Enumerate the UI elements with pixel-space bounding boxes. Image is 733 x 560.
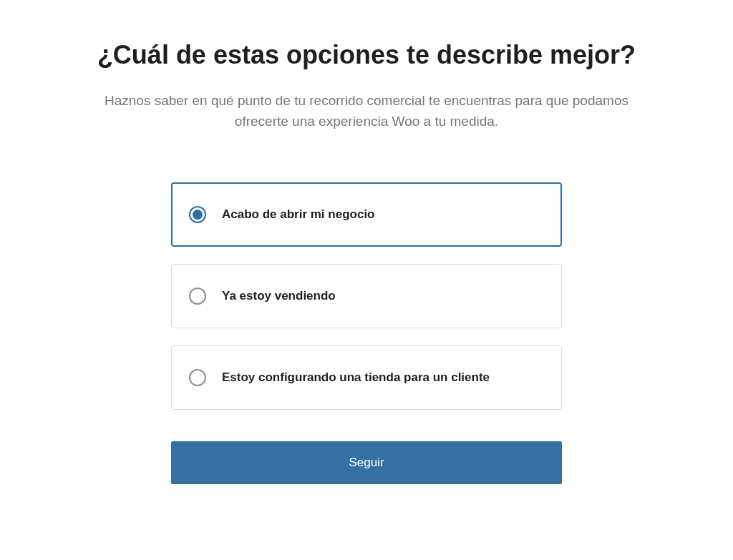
radio-icon xyxy=(189,369,206,386)
options-list: Acabo de abrir mi negocio Ya estoy vendi… xyxy=(171,182,562,410)
page-title: ¿Cuál de estas opciones te describe mejo… xyxy=(97,40,636,70)
option-setting-up-for-client[interactable]: Estoy configurando una tienda para un cl… xyxy=(171,345,562,410)
option-label: Estoy configurando una tienda para un cl… xyxy=(222,370,490,385)
option-label: Acabo de abrir mi negocio xyxy=(222,207,375,222)
radio-inner-icon xyxy=(193,210,203,220)
option-just-started[interactable]: Acabo de abrir mi negocio xyxy=(171,182,562,247)
option-label: Ya estoy vendiendo xyxy=(222,289,336,303)
option-already-selling[interactable]: Ya estoy vendiendo xyxy=(171,264,562,328)
radio-icon xyxy=(189,206,206,223)
continue-button[interactable]: Seguir xyxy=(171,441,562,484)
page-subtitle: Haznos saber en qué punto de tu recorrid… xyxy=(91,90,642,132)
radio-icon xyxy=(189,288,206,305)
